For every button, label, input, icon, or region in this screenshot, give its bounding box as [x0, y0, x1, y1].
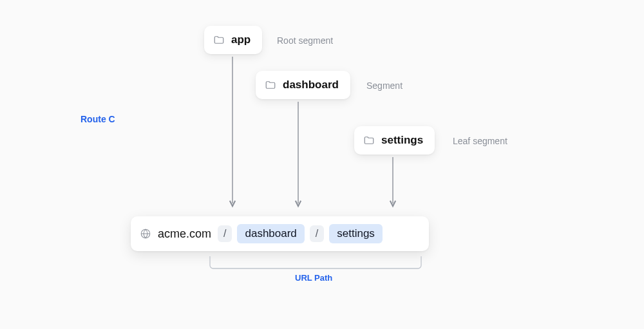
- url-domain: acme.com: [158, 227, 211, 241]
- segment-name: settings: [381, 134, 423, 147]
- arrow-dashboard-to-url: [295, 102, 301, 210]
- segment-name: app: [231, 33, 251, 46]
- url-path-bracket: [209, 256, 422, 270]
- segment-desc-dashboard: Segment: [366, 80, 402, 91]
- globe-icon: [140, 228, 151, 240]
- route-label: Route C: [80, 114, 115, 124]
- folder-icon: [213, 34, 225, 46]
- segment-name: dashboard: [283, 79, 339, 91]
- url-slash: /: [218, 225, 232, 242]
- segment-desc-settings: Leaf segment: [453, 136, 507, 146]
- diagram-stage: Route C app Root segment dashboard Segme…: [0, 0, 644, 329]
- url-path-label: URL Path: [295, 273, 332, 283]
- segment-card-settings: settings: [354, 126, 435, 155]
- arrow-app-to-url: [229, 57, 236, 210]
- segment-card-dashboard: dashboard: [256, 71, 350, 99]
- folder-icon: [363, 135, 375, 146]
- segment-desc-app: Root segment: [277, 35, 333, 46]
- url-segment-dashboard: dashboard: [237, 224, 304, 243]
- url-segment-settings: settings: [329, 224, 383, 243]
- url-bar: acme.com / dashboard / settings: [131, 216, 429, 251]
- arrow-settings-to-url: [390, 157, 396, 210]
- url-slash: /: [310, 225, 324, 242]
- folder-icon: [265, 79, 276, 91]
- segment-card-app: app: [204, 26, 262, 54]
